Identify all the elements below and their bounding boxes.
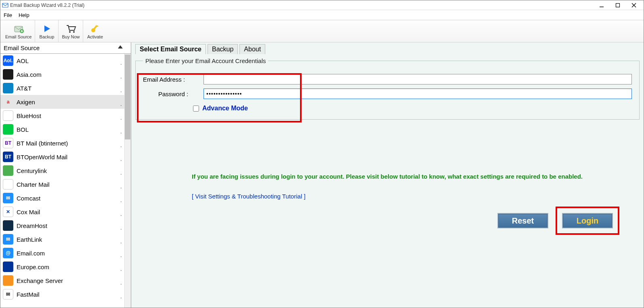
sidebar-item-label: Email.com bbox=[17, 250, 45, 257]
provider-icon bbox=[3, 124, 13, 135]
sidebar-item-dreamhost[interactable]: DreamHost bbox=[0, 219, 131, 232]
sidebar-item-label: Comcast bbox=[17, 195, 40, 202]
toolbar-email-source[interactable]: Email Source bbox=[2, 20, 35, 42]
sidebar-item-at-t[interactable]: AT&T bbox=[0, 81, 131, 95]
provider-icon: ✉ bbox=[3, 289, 13, 300]
tab-select-email-source[interactable]: Select Email Source bbox=[135, 44, 206, 54]
menubar: File Help bbox=[0, 10, 644, 20]
toolbar-buy-now[interactable]: Buy Now bbox=[59, 20, 83, 42]
scrollbar[interactable] bbox=[124, 54, 131, 308]
sidebar-item-bluehost[interactable]: BlueHost bbox=[0, 109, 131, 122]
sidebar-item-label: Cox Mail bbox=[17, 209, 40, 215]
login-button[interactable]: Login bbox=[562, 213, 613, 228]
password-label: Password : bbox=[143, 91, 203, 97]
svg-point-9 bbox=[73, 31, 75, 33]
sidebar-item-label: BOL bbox=[17, 126, 29, 133]
sidebar-item-charter-mail[interactable]: Charter Mail bbox=[0, 177, 131, 191]
sidebar-item-centurylink[interactable]: Centurylink bbox=[0, 164, 131, 177]
minimize-button[interactable] bbox=[594, 1, 610, 10]
svg-rect-0 bbox=[2, 3, 8, 7]
password-input[interactable] bbox=[203, 89, 632, 99]
sidebar-item-label: Asia.com bbox=[17, 71, 42, 78]
cart-icon bbox=[65, 23, 76, 34]
reset-button[interactable]: Reset bbox=[497, 213, 548, 228]
toolbar-backup[interactable]: Backup bbox=[35, 20, 59, 42]
sidebar-item-asia-com[interactable]: Asia.com bbox=[0, 68, 131, 81]
sidebar-item-cox-mail[interactable]: ✕Cox Mail bbox=[0, 205, 131, 219]
sidebar-item-label: DreamHost bbox=[17, 222, 47, 229]
provider-icon bbox=[3, 220, 13, 231]
provider-icon: ✉ bbox=[3, 193, 13, 203]
toolbar-activate[interactable]: Activate bbox=[83, 20, 107, 42]
highlight-box-login: Login bbox=[556, 207, 619, 235]
tabs: Select Email Source Backup About bbox=[135, 44, 640, 54]
menu-help[interactable]: Help bbox=[19, 12, 29, 18]
sidebar-item-axigen[interactable]: aAxigen bbox=[0, 95, 131, 109]
toolbar-buy-now-label: Buy Now bbox=[62, 34, 80, 39]
toolbar-backup-label: Backup bbox=[40, 34, 55, 39]
sidebar-item-earthlink[interactable]: ✉EarthLink bbox=[0, 232, 131, 246]
sidebar-item-fastmail[interactable]: ✉FastMail bbox=[0, 287, 131, 301]
provider-icon bbox=[3, 179, 13, 190]
provider-icon: ✕ bbox=[3, 207, 13, 217]
svg-rect-2 bbox=[616, 3, 620, 7]
scrollbar-thumb[interactable] bbox=[125, 55, 130, 139]
tab-about[interactable]: About bbox=[239, 44, 265, 54]
sidebar-item-label: BTOpenWorld Mail bbox=[17, 154, 67, 160]
sidebar-item-aol[interactable]: Aol.AOL bbox=[0, 54, 131, 68]
sidebar-item-comcast[interactable]: ✉Comcast bbox=[0, 191, 131, 205]
advance-mode-label[interactable]: Advance Mode bbox=[202, 105, 248, 112]
sidebar-item-label: AT&T bbox=[17, 85, 31, 92]
key-icon bbox=[89, 23, 101, 34]
email-input[interactable] bbox=[203, 74, 632, 84]
close-button[interactable] bbox=[626, 1, 642, 10]
svg-marker-7 bbox=[44, 25, 50, 32]
provider-icon: ✉ bbox=[3, 234, 13, 245]
sidebar-list: Aol.AOLAsia.comAT&TaAxigenBlueHostBOLBTB… bbox=[0, 54, 131, 308]
sidebar-item-label: Europe.com bbox=[17, 264, 49, 270]
provider-icon bbox=[3, 165, 13, 176]
sidebar-item-label: AOL bbox=[17, 57, 29, 64]
provider-icon: Aol. bbox=[3, 55, 13, 66]
sidebar-item-bt-mail-btinternet-[interactable]: BTBT Mail (btinternet) bbox=[0, 136, 131, 150]
sidebar-item-btopenworld-mail[interactable]: BTBTOpenWorld Mail bbox=[0, 150, 131, 164]
tutorial-link[interactable]: [ Visit Settings & Troubleshooting Tutor… bbox=[192, 193, 640, 200]
email-source-icon bbox=[13, 23, 24, 34]
credentials-legend: Please Enter your Email Account Credenti… bbox=[143, 57, 268, 64]
provider-icon bbox=[3, 275, 13, 286]
sidebar-item-label: Charter Mail bbox=[17, 181, 50, 188]
sidebar-item-label: FastMail bbox=[17, 291, 40, 298]
sidebar-item-bol[interactable]: BOL bbox=[0, 122, 131, 136]
email-label: Email Address : bbox=[143, 76, 203, 83]
sidebar-item-label: Axigen bbox=[17, 99, 35, 105]
sidebar-item-label: Centurylink bbox=[17, 167, 47, 174]
sidebar-item-europe-com[interactable]: Europe.com bbox=[0, 260, 131, 274]
tab-backup[interactable]: Backup bbox=[208, 44, 238, 54]
toolbar-activate-label: Activate bbox=[87, 34, 103, 39]
provider-icon bbox=[3, 110, 13, 121]
maximize-button[interactable] bbox=[610, 1, 626, 10]
provider-icon bbox=[3, 69, 13, 80]
sidebar-item-exchange-server[interactable]: Exchange Server bbox=[0, 274, 131, 287]
backup-icon bbox=[41, 23, 52, 34]
sidebar-header[interactable]: Email Source bbox=[0, 42, 131, 54]
credentials-group: Please Enter your Email Account Credenti… bbox=[135, 57, 640, 120]
provider-icon: BT bbox=[3, 138, 13, 148]
toolbar-email-source-label: Email Source bbox=[5, 34, 31, 39]
toolbar: Email Source Backup Buy Now Activate bbox=[0, 20, 644, 42]
advance-mode-checkbox[interactable] bbox=[193, 105, 199, 112]
sidebar-header-label: Email Source bbox=[4, 44, 40, 51]
provider-icon: BT bbox=[3, 152, 13, 162]
sidebar-item-label: BlueHost bbox=[17, 112, 41, 119]
titlebar: Email Backup Wizard v8.2.2 (Trial) bbox=[0, 0, 644, 10]
provider-icon: @ bbox=[3, 248, 13, 258]
sidebar-item-label: BT Mail (btinternet) bbox=[17, 140, 68, 147]
sidebar-item-label: EarthLink bbox=[17, 236, 42, 243]
svg-point-8 bbox=[69, 31, 71, 33]
provider-icon: a bbox=[3, 97, 13, 107]
app-icon bbox=[2, 2, 8, 8]
menu-file[interactable]: File bbox=[4, 12, 12, 18]
button-row: Reset Login bbox=[497, 207, 619, 235]
sidebar-item-email-com[interactable]: @Email.com bbox=[0, 246, 131, 260]
info-text: If you are facing issues during login to… bbox=[192, 172, 607, 181]
